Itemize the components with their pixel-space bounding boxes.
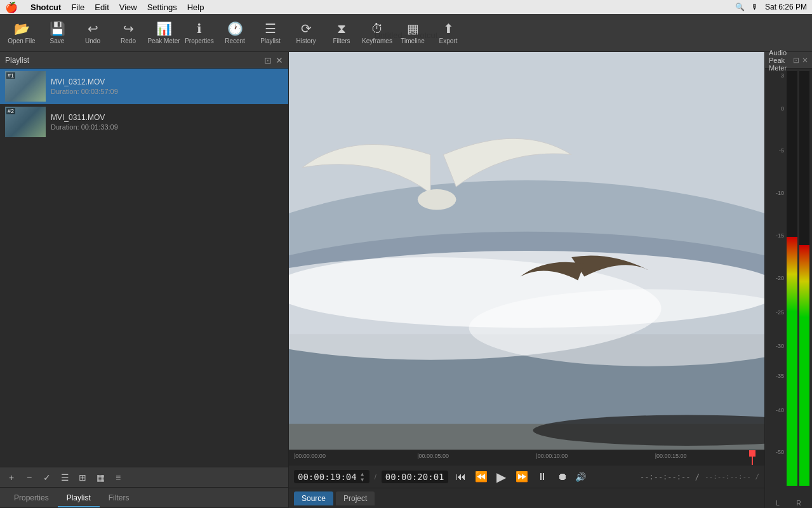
in-out-display: --:--:--:-- / xyxy=(640,472,700,481)
playlist-close-icon[interactable]: ✕ xyxy=(276,55,283,65)
menu-edit[interactable]: Edit xyxy=(95,3,109,12)
search-icon[interactable]: 🔍 xyxy=(735,3,745,11)
scale-m15: -15 xyxy=(776,232,784,239)
step-forward-button[interactable]: ⏩ xyxy=(514,469,529,485)
source-tab[interactable]: Source xyxy=(294,491,333,505)
play-button[interactable]: ▶ xyxy=(494,469,509,485)
export-button[interactable]: ⬆ Export xyxy=(432,17,465,50)
audio-meter-close-icon[interactable]: ✕ xyxy=(802,56,808,65)
scale-m50: -50 xyxy=(776,449,784,455)
video-player[interactable] xyxy=(289,52,764,450)
recent-icon: 🕐 xyxy=(227,21,243,36)
peak-meter-button[interactable]: 📊 Peak Meter xyxy=(147,17,180,50)
tab-properties[interactable]: Properties xyxy=(5,490,58,507)
timeline-button[interactable]: ▦ Timeline xyxy=(396,17,429,50)
keyframes-button[interactable]: ⏱ Keyframes xyxy=(361,17,394,50)
save-label: Save xyxy=(50,37,65,44)
playlist-grid-btn[interactable]: ⊞ xyxy=(75,470,90,485)
scale-m25: -25 xyxy=(776,309,784,316)
timecode-arrows[interactable]: ▲ ▼ xyxy=(359,471,366,482)
timecode-total: 00:00:20:01 xyxy=(382,471,448,483)
playlist-add-btn[interactable]: + xyxy=(4,470,19,485)
menu-help[interactable]: Help xyxy=(187,3,204,12)
menubar-right: 🔍 🎙 Sat 6:26 PM xyxy=(735,3,807,11)
playlist-info-2: MVI_0311.MOV Duration: 00:01:33:09 xyxy=(51,113,283,131)
filters-button[interactable]: ⧗ Filters xyxy=(325,17,358,50)
playlist-check-btn[interactable]: ✓ xyxy=(39,470,55,485)
tc-up[interactable]: ▲ xyxy=(359,471,366,476)
app-name[interactable]: Shotcut xyxy=(30,3,61,12)
meter-l-label: L xyxy=(776,500,780,507)
skip-to-end-button[interactable]: ⏸ xyxy=(535,469,550,485)
tc-down[interactable]: ▼ xyxy=(359,477,366,482)
peak-meter-label: Peak Meter xyxy=(147,37,180,44)
playlist-item-1[interactable]: #1 MVI_0312.MOV Duration: 00:03:57:09 xyxy=(0,69,288,104)
keyframes-label: Keyframes xyxy=(362,37,392,44)
playhead-arrow xyxy=(749,450,755,457)
tab-filters[interactable]: Filters xyxy=(100,490,138,507)
export-icon: ⬆ xyxy=(443,21,454,36)
recent-button[interactable]: 🕐 Recent xyxy=(218,17,251,50)
timecode-value: 00:00:19:04 xyxy=(298,472,357,482)
playlist-menu-btn[interactable]: ≡ xyxy=(110,470,126,485)
video-timeline-ruler[interactable]: |00:00:00:00 |00:00:05:00 |00:00:10:00 |… xyxy=(289,450,764,465)
keyframes-icon: ⏱ xyxy=(371,22,383,36)
playlist-info-1: MVI_0312.MOV Duration: 00:03:57:09 xyxy=(51,77,283,95)
apple-menu[interactable]: 🍎 xyxy=(5,1,18,13)
history-button[interactable]: ⟳ History xyxy=(290,17,323,50)
scale-m5: -5 xyxy=(779,147,784,154)
step-back-button[interactable]: ⏪ xyxy=(474,469,489,485)
playlist-thumb-1: #1 xyxy=(5,71,46,102)
menu-file[interactable]: File xyxy=(71,3,84,12)
volume-icon[interactable]: 🔊 xyxy=(575,472,586,482)
meter-bar-left xyxy=(787,71,797,486)
right-panel: |00:00:00:00 |00:00:05:00 |00:00:10:00 |… xyxy=(289,52,812,508)
scale-0: 0 xyxy=(781,105,784,112)
video-controls: 00:00:19:04 ▲ ▼ / 00:00:20:01 ⏮ ⏪ ▶ ⏩ ⏸ … xyxy=(289,465,764,488)
playlist-title: Playlist xyxy=(5,56,264,65)
video-area: |00:00:00:00 |00:00:05:00 |00:00:10:00 |… xyxy=(289,52,812,508)
scale-3: 3 xyxy=(781,72,784,79)
undo-button[interactable]: ↩ Undo xyxy=(76,17,109,50)
playlist-remove-btn[interactable]: − xyxy=(22,470,37,485)
project-tab[interactable]: Project xyxy=(336,491,375,505)
open-file-label: Open File xyxy=(8,37,35,44)
redo-label: Redo xyxy=(121,37,136,44)
meter-lr-labels: L R xyxy=(765,498,812,508)
meter-bars xyxy=(787,71,809,496)
toggle-button[interactable]: ⏺ xyxy=(555,469,570,485)
meter-fill-right xyxy=(799,245,810,486)
export-label: Export xyxy=(439,37,458,44)
playlist-header: Playlist ⊡ ✕ xyxy=(0,52,288,69)
playlist-label: Playlist xyxy=(260,37,281,44)
playlist-name-1: MVI_0312.MOV xyxy=(51,77,283,86)
menu-view[interactable]: View xyxy=(119,3,137,12)
playlist-button[interactable]: ☰ Playlist xyxy=(254,17,287,50)
scale-m10: -10 xyxy=(776,190,784,196)
meter-r-label: R xyxy=(796,500,801,507)
properties-label: Properties xyxy=(185,37,214,44)
playlist-detail-btn[interactable]: ▦ xyxy=(93,470,108,485)
siri-icon[interactable]: 🎙 xyxy=(751,3,759,11)
playlist-float-icon[interactable]: ⊡ xyxy=(264,55,272,65)
skip-to-start-button[interactable]: ⏮ xyxy=(453,469,469,485)
timecode-separator: / xyxy=(375,473,376,481)
playlist-list-btn[interactable]: ☰ xyxy=(57,470,72,485)
svg-point-6 xyxy=(289,251,764,328)
save-button[interactable]: 💾 Save xyxy=(41,17,74,50)
audio-meter-float-icon[interactable]: ⊡ xyxy=(793,56,799,65)
properties-button[interactable]: ℹ Properties xyxy=(183,17,216,50)
redo-button[interactable]: ↪ Redo xyxy=(112,17,145,50)
peak-meter-icon: 📊 xyxy=(156,21,172,36)
video-main: |00:00:00:00 |00:00:05:00 |00:00:10:00 |… xyxy=(289,52,764,508)
open-file-icon: 📂 xyxy=(14,21,30,36)
svg-point-7 xyxy=(418,189,456,210)
open-file-button[interactable]: 📂 Open File xyxy=(5,17,38,50)
ruler-mark-15: |00:00:15:00 xyxy=(655,453,687,459)
video-playhead xyxy=(752,450,753,465)
tab-playlist[interactable]: Playlist xyxy=(58,490,100,507)
playlist-item-2[interactable]: #2 MVI_0311.MOV Duration: 00:01:33:09 xyxy=(0,104,288,140)
ruler-mark-10: |00:00:10:00 xyxy=(536,453,568,459)
menu-settings[interactable]: Settings xyxy=(147,3,177,12)
recent-label: Recent xyxy=(225,37,245,44)
